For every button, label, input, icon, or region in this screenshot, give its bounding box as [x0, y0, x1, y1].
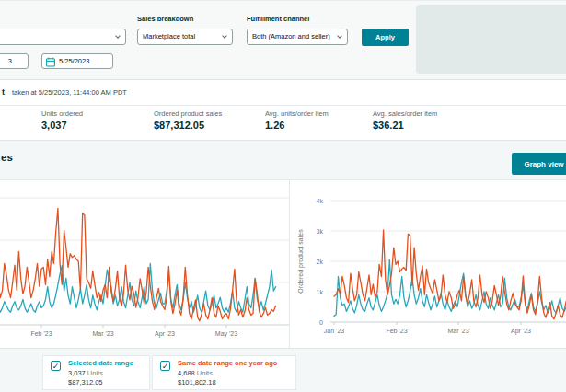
- legend-card-prior-year: ✓ Same date range one year ago 4,688 Uni…: [152, 355, 296, 390]
- snapshot-title-fragment: t: [2, 87, 5, 97]
- date-range-dropdown[interactable]: [0, 29, 126, 45]
- date-to-value: 5/25/2023: [59, 57, 89, 65]
- stat-ordered-product-sales: Ordered product sales $87,312.05: [154, 110, 222, 131]
- svg-text:Ordered product sales: Ordered product sales: [297, 229, 305, 294]
- fulfillment-channel-dropdown[interactable]: Both (Amazon and seller): [247, 29, 348, 45]
- legend-units-value: 4,688: [178, 369, 195, 377]
- units-ordered-chart[interactable]: Feb '23Mar '23Apr '23May '23: [0, 180, 289, 348]
- svg-text:2k: 2k: [317, 259, 324, 265]
- stat-value: $36.21: [373, 120, 437, 131]
- svg-text:May '23: May '23: [215, 330, 237, 338]
- snapshot-row: t taken at 5/25/2023, 11:44:00 AM PDT: [0, 81, 566, 106]
- legend-sales-line: $101,802.18: [178, 378, 277, 386]
- stat-label: Units ordered: [41, 110, 83, 118]
- selected-range-checkbox[interactable]: ✓: [51, 361, 61, 371]
- svg-text:Mar '23: Mar '23: [92, 330, 113, 337]
- legend-label: Selected date range: [68, 359, 133, 367]
- stat-value: $87,312.05: [154, 120, 222, 131]
- date-to-field[interactable]: 5/25/2023: [41, 53, 113, 69]
- legend-card-selected-range: ✓ Selected date range 3,037 Units $87,31…: [42, 355, 150, 390]
- prior-year-checkbox[interactable]: ✓: [160, 361, 170, 371]
- right-side-panel: [416, 5, 566, 74]
- sales-breakdown-label: Sales breakdown: [137, 15, 193, 23]
- date-from-value: 3: [8, 57, 12, 65]
- sales-dashboard: 3 5/25/2023 Sales breakdown Marketplace …: [0, 0, 566, 392]
- legend-band: ✓ Selected date range 3,037 Units $87,31…: [0, 348, 566, 392]
- svg-text:Apr '23: Apr '23: [155, 330, 175, 338]
- legend-card-text: Same date range one year ago 4,688 Units…: [178, 359, 277, 386]
- svg-text:Mar '23: Mar '23: [447, 328, 468, 334]
- stat-units-ordered: Units ordered 3,037: [41, 110, 83, 131]
- svg-text:Feb '23: Feb '23: [386, 328, 407, 334]
- filter-bar: 3 5/25/2023 Sales breakdown Marketplace …: [0, 0, 566, 80]
- legend-label: Same date range one year ago: [178, 359, 277, 367]
- legend-card-text: Selected date range 3,037 Units $87,312.…: [68, 359, 133, 386]
- apply-button[interactable]: Apply: [362, 29, 409, 46]
- stat-value: 1.26: [265, 120, 329, 131]
- svg-text:Apr '23: Apr '23: [511, 328, 531, 335]
- ordered-product-sales-chart-panel[interactable]: Jan '23Feb '23Mar '23Apr '2301k2k3k4kOrd…: [289, 180, 566, 348]
- section-title-fragment: es: [1, 152, 13, 163]
- fulfillment-channel-label: Fulfillment channel: [247, 15, 309, 23]
- svg-text:3k: 3k: [317, 228, 324, 235]
- graph-view-button[interactable]: Graph view: [512, 153, 566, 175]
- svg-text:Feb '23: Feb '23: [30, 330, 52, 337]
- legend-units-value: 3,037: [68, 369, 86, 377]
- legend-units-line: 4,688 Units: [178, 369, 277, 377]
- stat-label: Avg. units/order item: [265, 110, 329, 118]
- stats-row: Units ordered 3,037 Ordered product sale…: [0, 106, 566, 141]
- stat-avg-units-per-order: Avg. units/order item 1.26: [265, 110, 329, 131]
- sales-breakdown-value: Marketplace total: [143, 32, 195, 40]
- calendar-icon: [46, 57, 55, 67]
- legend-units-suffix: Units: [195, 369, 213, 377]
- fulfillment-channel-value: Both (Amazon and seller): [252, 32, 330, 40]
- legend-sales-line: $87,312.05: [68, 378, 133, 386]
- svg-text:1k: 1k: [317, 289, 324, 295]
- date-from-field[interactable]: 3: [0, 53, 29, 69]
- legend-units-line: 3,037 Units: [68, 369, 133, 377]
- charts-area: Feb '23Mar '23Apr '23May '23 Jan '23Feb …: [0, 180, 566, 348]
- chevron-down-icon: [222, 33, 227, 39]
- legend-units-suffix: Units: [86, 369, 103, 377]
- svg-text:4k: 4k: [317, 198, 324, 204]
- snapshot-taken-at: taken at 5/25/2023, 11:44:00 AM PDT: [12, 88, 127, 97]
- ordered-product-sales-chart[interactable]: Jan '23Feb '23Mar '23Apr '2301k2k3k4kOrd…: [290, 180, 566, 348]
- svg-text:0: 0: [319, 319, 323, 326]
- compare-sales-section-header: es Graph view: [0, 141, 566, 180]
- stat-avg-sales-per-order: Avg. sales/order item $36.21: [373, 110, 437, 131]
- stat-label: Ordered product sales: [154, 110, 222, 118]
- svg-text:Jan '23: Jan '23: [324, 328, 344, 334]
- stat-value: 3,037: [41, 120, 83, 131]
- chevron-down-icon: [115, 33, 121, 39]
- units-ordered-chart-panel[interactable]: Feb '23Mar '23Apr '23May '23: [0, 180, 289, 348]
- stat-label: Avg. sales/order item: [373, 110, 437, 118]
- chevron-down-icon: [337, 33, 342, 39]
- sales-breakdown-dropdown[interactable]: Marketplace total: [137, 29, 233, 45]
